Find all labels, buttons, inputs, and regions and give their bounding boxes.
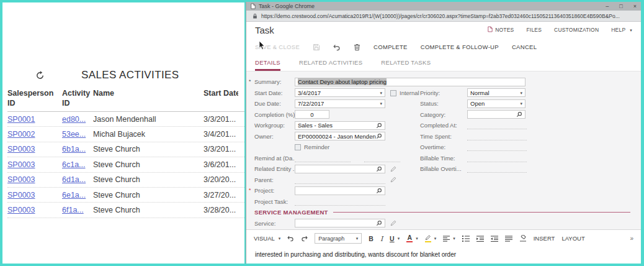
table-row[interactable]: SP0003 6e1a... Steve Church 3/27/20... — [7, 188, 244, 203]
activity-link[interactable]: 6c1a... — [62, 160, 93, 169]
due-date-field[interactable]: 7/22/2017 ▾ — [295, 99, 385, 108]
notes-button[interactable]: NOTES — [488, 26, 514, 34]
priority-field[interactable]: Normal ▾ — [467, 88, 525, 97]
table-row[interactable]: SP0002 53ee... Michal Bujacek 3/4/201... — [7, 127, 244, 142]
activity-link[interactable]: 6d1a... — [62, 175, 93, 184]
table-row[interactable]: SP0003 6d1a... Steve Church 3/20/20... — [7, 173, 244, 188]
layout-button[interactable]: LAYOUT — [561, 235, 584, 242]
table-row[interactable]: SP0003 6f1a... Steve Church 3/28/20... — [7, 203, 244, 218]
text-color-button[interactable]: A ▾ — [406, 234, 418, 243]
justify-button[interactable] — [505, 236, 512, 242]
related-entity-field[interactable] — [295, 165, 385, 173]
delete-icon[interactable] — [354, 44, 360, 51]
salesperson-link[interactable]: SP0002 — [7, 130, 62, 139]
tab-related-tasks[interactable]: RELATED TASKS — [381, 56, 431, 71]
project-field[interactable] — [295, 186, 385, 195]
insert-button[interactable]: INSERT — [534, 235, 555, 242]
workgroup-value: Sales - Sales — [298, 122, 333, 129]
visual-mode-button[interactable]: VISUAL ▾ — [254, 235, 280, 242]
cancel-button[interactable]: CANCEL — [512, 44, 537, 50]
complete-button[interactable]: COMPLETE — [373, 44, 408, 50]
caret-down-icon[interactable]: ▾ — [378, 101, 382, 106]
owner-label: Owner: — [254, 133, 295, 140]
table-row[interactable]: SP0001 ed80... Jason Mendenhall 3/3/201.… — [7, 112, 244, 127]
save-close-button[interactable]: SAVE & CLOSE — [255, 44, 300, 50]
underline-button[interactable]: U ▾ — [390, 235, 400, 242]
section-divider — [333, 212, 630, 213]
paragraph-style-select[interactable]: Paragraph ▾ — [315, 233, 362, 244]
files-button[interactable]: FILES — [526, 27, 542, 33]
overtime-label: Overtime: — [420, 144, 467, 150]
toolbar-overflow-button[interactable]: » — [630, 235, 633, 242]
start-date-field[interactable]: 3/4/2017 ▾ — [295, 88, 385, 97]
column-header-salesperson-id[interactable]: Salesperson ID — [7, 88, 62, 111]
undo-icon[interactable] — [333, 44, 341, 51]
modified-marker: * — [249, 78, 251, 85]
ordered-list-button[interactable] — [462, 236, 470, 242]
activity-link[interactable]: 6b1a... — [62, 145, 93, 154]
highlight-button[interactable]: ▾ — [425, 235, 437, 242]
completion-input[interactable]: 0 — [295, 110, 329, 119]
caret-down-icon[interactable]: ▾ — [518, 91, 522, 95]
caret-down-icon[interactable]: ▾ — [518, 101, 522, 106]
indent-increase-button[interactable] — [476, 236, 484, 242]
activity-link[interactable]: 6e1a... — [62, 191, 93, 200]
table-row[interactable]: SP0003 6b1a... Steve Church 3/3/201... — [7, 142, 244, 157]
search-icon[interactable] — [376, 188, 382, 194]
help-button[interactable]: HELP ▾ — [611, 27, 632, 33]
action-toolbar: SAVE & CLOSE COMPLETE COMPLETE & FOLLOW-… — [246, 38, 641, 56]
editor-undo-icon[interactable] — [287, 235, 294, 242]
column-header-activity-id[interactable]: Activity ID — [62, 88, 93, 111]
search-icon[interactable] — [376, 122, 382, 129]
internal-checkbox[interactable]: Internal — [390, 89, 419, 96]
salesperson-link[interactable]: SP0003 — [7, 175, 62, 184]
italic-button[interactable]: I — [380, 235, 383, 242]
activity-link[interactable]: ed80... — [62, 115, 93, 124]
salesperson-link[interactable]: SP0001 — [7, 115, 62, 124]
reminder-checkbox[interactable] — [295, 144, 301, 150]
column-header-name[interactable]: Name — [93, 88, 203, 111]
caret-down-icon[interactable]: ▾ — [378, 91, 382, 95]
edit-pencil-icon[interactable] — [390, 220, 396, 226]
search-icon[interactable] — [376, 166, 382, 172]
bold-button[interactable]: B — [369, 235, 373, 242]
workgroup-field[interactable]: Sales - Sales — [295, 121, 385, 130]
save-icon[interactable] — [313, 44, 320, 51]
editor-body[interactable]: interested in purchasing and distributin… — [246, 247, 641, 264]
window-minimize-button[interactable]: – — [606, 3, 609, 9]
owner-field[interactable]: EP00000024 - Jason Menden — [295, 132, 385, 140]
tab-details[interactable]: DETAILS — [255, 56, 280, 71]
activity-link[interactable]: 53ee... — [62, 130, 93, 139]
salesperson-link[interactable]: SP0003 — [7, 191, 62, 200]
salesperson-link[interactable]: SP0003 — [7, 206, 62, 214]
status-field[interactable]: Open ▾ — [467, 99, 525, 108]
url-text: https://demo.crestwood.com/Acumatica2019… — [261, 13, 620, 19]
tab-related-activities[interactable]: RELATED ACTIVITIES — [299, 56, 362, 71]
files-label: FILES — [526, 27, 542, 33]
search-icon[interactable] — [376, 220, 382, 226]
category-field[interactable] — [467, 110, 525, 119]
service-field[interactable] — [295, 219, 385, 227]
activity-link[interactable]: 6f1a... — [62, 206, 93, 214]
search-icon[interactable] — [516, 111, 522, 117]
column-header-start-date[interactable]: Start Date — [203, 88, 238, 111]
refresh-icon[interactable] — [35, 70, 45, 81]
address-bar[interactable]: https://demo.crestwood.com/Acumatica2019… — [246, 11, 641, 22]
window-maximize-button[interactable]: □ — [619, 3, 622, 9]
align-button[interactable]: ▾ — [443, 236, 455, 242]
customization-button[interactable]: CUSTOMIZATION — [554, 27, 599, 33]
page-header: Task NOTES FILES CUSTOMIZATION HELP ▾ — [246, 22, 641, 38]
indent-decrease-button[interactable] — [491, 236, 498, 242]
checkbox-icon[interactable] — [390, 90, 396, 96]
start-date: 3/3/201... — [203, 145, 238, 154]
salesperson-link[interactable]: SP0003 — [7, 145, 62, 154]
window-close-button[interactable]: × — [633, 3, 637, 9]
search-icon[interactable] — [376, 133, 382, 139]
edit-pencil-icon[interactable] — [390, 177, 396, 183]
editor-redo-icon[interactable] — [301, 235, 308, 242]
complete-follow-up-button[interactable]: COMPLETE & FOLLOW-UP — [421, 44, 499, 50]
edit-pencil-icon[interactable] — [390, 166, 396, 172]
salesperson-link[interactable]: SP0003 — [7, 160, 62, 169]
table-row[interactable]: SP0003 6c1a... Steve Church 3/6/201... — [7, 157, 244, 172]
clear-formatting-button[interactable] — [519, 235, 527, 242]
